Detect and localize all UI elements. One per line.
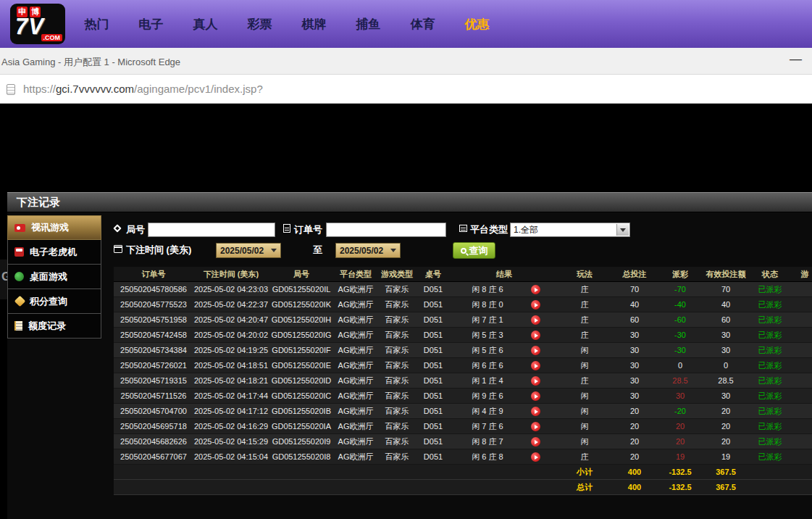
cell-valid-bet: 60 [702,315,750,324]
table-header-cell: 有效投注额 [702,269,750,280]
cell-result: 闲 4 庄 9 [450,406,558,417]
diamond-icon [14,296,26,307]
play-replay-button[interactable] [531,422,540,431]
cell-table-number: D051 [417,376,450,385]
cell-status: 已派彩 [750,452,790,462]
bet-record-table: 订单号下注时间 (美东)局号平台类型游戏类型桌号结果玩法总投注派彩有效投注额状态… [114,267,812,495]
sidebar-item-credit-records[interactable]: 额度记录 [7,314,101,339]
cell-result: 闲 8 庄 6 [450,284,558,295]
cell-round-number: GD051255020I8 [269,452,334,461]
cell-valid-bet: 30 [702,331,750,339]
cell-platform: AG欧洲厅 [334,315,377,325]
cell-total-bet: 30 [611,346,658,354]
nav-item[interactable]: 体育 [395,16,450,33]
table-row: 250502045677067 2025-05-02 04:15:04 GD05… [114,449,812,465]
cell-payout: -60 [658,315,702,324]
nav-item[interactable]: 棋牌 [287,16,341,33]
cell-platform: AG欧洲厅 [334,391,377,402]
cell-platform: AG欧洲厅 [334,299,377,310]
play-replay-button[interactable] [531,437,540,447]
cell-bet-time: 2025-05-02 04:15:04 [193,452,269,461]
search-button-label: 查询 [469,244,488,257]
url-text[interactable]: https://gci.7vvvvvv.com/agingame/pcv1/in… [23,83,263,95]
play-replay-button[interactable] [531,361,540,370]
nav-item[interactable]: 真人 [178,16,233,33]
cell-payout: 20 [658,437,702,446]
browser-titlebar: Asia Gaming - 用户配置 1 - Microsoft Edge — [0,48,812,75]
cell-round-number: GD051255020IC [269,391,334,400]
cell-order-number: 250502045704700 [114,407,193,415]
date-from-dropdown[interactable]: 2025/05/02 [216,243,281,258]
to-label: 至 [313,244,322,257]
play-replay-button[interactable] [531,346,540,355]
cell-total-bet: 20 [611,437,658,446]
nav-item[interactable]: 电子 [124,16,178,33]
minimize-button[interactable]: — [790,52,802,67]
nav-item[interactable]: 热门 [70,16,124,33]
result-text: 闲 8 庄 6 [450,284,525,295]
order-number-input[interactable] [326,223,446,237]
nav-item[interactable]: 彩票 [233,16,287,33]
cell-valid-bet: 19 [702,452,750,461]
browser-urlbar[interactable]: https://gci.7vvvvvv.com/agingame/pcv1/in… [0,75,812,104]
cell-payout: -30 [658,346,702,354]
cell-bet-on: 闲 [558,360,611,371]
cell-bet-on: 庄 [558,299,611,310]
cell-total-bet: 20 [611,422,658,431]
cell-total-bet: 30 [611,376,658,385]
result-text: 闲 1 庄 4 [450,375,525,386]
result-text: 闲 7 庄 1 [450,315,525,325]
select-dropdown-arrow-icon[interactable] [616,224,629,236]
cell-round-number: GD051255020IF [269,346,334,354]
cell-status: 已派彩 [750,299,790,310]
sidebar-item-slots[interactable]: 电子老虎机 [7,240,101,265]
play-replay-button[interactable] [531,376,540,386]
cell-order-number: 250502045682626 [114,437,193,446]
cell-status: 已派彩 [750,421,790,432]
cell-total-bet: 20 [611,452,658,461]
round-number-input[interactable] [148,223,275,237]
platform-type-select[interactable]: 1.全部 [510,223,630,237]
url-scheme: https:// [23,83,56,95]
date-to-dropdown[interactable]: 2025/05/02 [335,243,401,258]
cell-payout: -20 [658,407,702,415]
play-replay-button[interactable] [531,452,540,462]
top-nav-bar: 申 博 7V .COM 热门电子真人彩票棋牌捕鱼体育优惠 [0,0,812,48]
nav-item[interactable]: 捕鱼 [341,16,395,33]
play-replay-button[interactable] [531,285,540,294]
cell-table-number: D051 [417,315,450,324]
sidebar-item-points-query[interactable]: 积分查询 [7,289,101,314]
cell-status: 已派彩 [750,284,790,295]
cell-payout: 0 [658,361,702,370]
play-replay-button[interactable] [531,315,540,325]
total-label: 总计 [558,482,611,493]
cell-game-type: 百家乐 [377,452,417,462]
site-logo[interactable]: 申 博 7V .COM [10,4,65,44]
cell-bet-on: 闲 [558,391,611,402]
cell-payout: 20 [658,422,702,431]
cell-status: 已派彩 [750,406,790,417]
sidebar-item-label: 积分查询 [30,295,67,308]
sidebar-item-live-games[interactable]: 视讯游戏 [7,215,101,240]
cell-valid-bet: 30 [702,391,750,400]
play-replay-button[interactable] [531,300,540,310]
logo-text: 7V [15,14,44,40]
sidebar-item-label: 视讯游戏 [31,221,69,234]
date-to-value: 2025/05/02 [340,246,383,256]
play-replay-button[interactable] [531,331,540,340]
play-replay-button[interactable] [531,407,540,416]
table-header-cell: 桌号 [417,269,450,280]
cell-platform: AG欧洲厅 [334,436,377,447]
search-button[interactable]: 查询 [453,242,495,259]
result-text: 闲 8 庄 7 [450,436,525,447]
play-replay-button[interactable] [531,391,540,401]
nav-item[interactable]: 优惠 [450,16,504,33]
cell-round-number: GD051255020ID [269,376,334,385]
cell-bet-time: 2025-05-02 04:18:51 [193,361,269,370]
list-icon [459,225,467,232]
cell-order-number: 250502045742458 [114,331,193,339]
result-text: 闲 5 庄 6 [450,345,525,356]
total-payout: -132.5 [658,483,702,491]
cell-game-type: 百家乐 [377,436,417,447]
sidebar-item-table-games[interactable]: 桌面游戏 [7,265,101,289]
